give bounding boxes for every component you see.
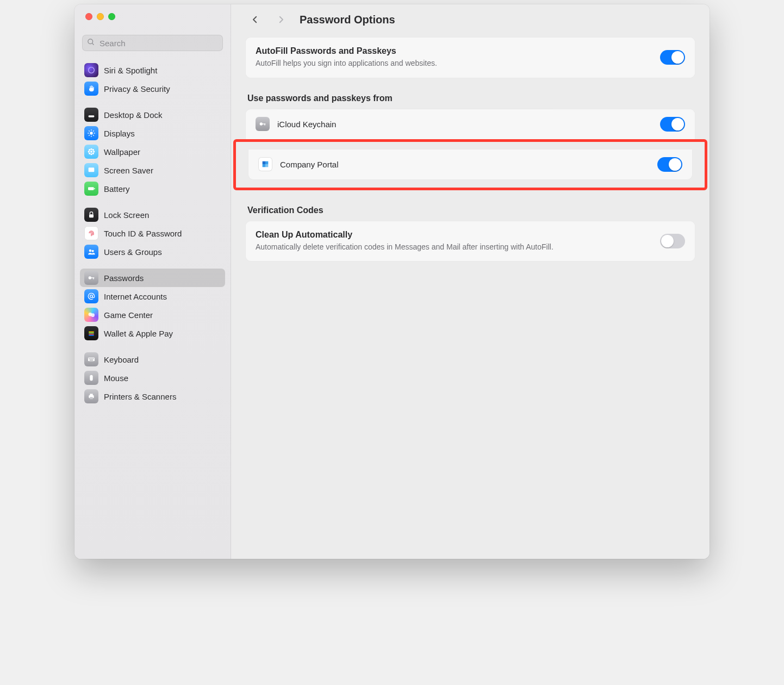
sidebar-item-label: Screen Saver — [104, 166, 153, 175]
sidebar-item-label: Wallpaper — [104, 147, 140, 157]
search-icon — [87, 38, 95, 48]
printer-icon — [84, 389, 98, 403]
svg-rect-40 — [90, 358, 90, 359]
svg-rect-52 — [263, 161, 265, 164]
sidebar-search[interactable] — [82, 35, 223, 51]
siri-icon — [84, 63, 98, 77]
sidebar-item-label: Wallet & Apple Pay — [104, 329, 173, 338]
back-button[interactable] — [247, 12, 263, 27]
keyboard-icon — [84, 352, 98, 366]
svg-point-15 — [90, 153, 92, 155]
search-input[interactable] — [99, 39, 218, 48]
sidebar-item-label: Game Center — [104, 310, 153, 320]
sidebar-item-keyboard[interactable]: Keyboard — [80, 350, 225, 369]
provider-label: Company Portal — [280, 160, 650, 169]
svg-point-0 — [88, 39, 93, 43]
cleanup-toggle[interactable] — [660, 234, 685, 248]
svg-rect-3 — [89, 115, 95, 117]
provider-row-company-portal: Company Portal — [248, 150, 692, 179]
close-window-button[interactable] — [85, 13, 92, 20]
svg-rect-36 — [89, 334, 94, 335]
sidebar-item-internet-accounts[interactable]: Internet Accounts — [80, 287, 225, 306]
sidebar-item-label: Keyboard — [104, 355, 139, 364]
sidebar-item-privacy-security[interactable]: Privacy & Security — [80, 79, 225, 98]
key-icon — [84, 271, 98, 285]
cleanup-title: Clean Up Automatically — [256, 230, 553, 240]
sidebar-item-wallpaper[interactable]: Wallpaper — [80, 142, 225, 161]
fingerprint-icon — [84, 226, 98, 240]
svg-point-49 — [260, 122, 263, 125]
svg-rect-53 — [265, 161, 268, 164]
sidebar-item-label: Users & Groups — [104, 247, 162, 257]
sidebar-item-displays[interactable]: Displays — [80, 124, 225, 142]
svg-point-26 — [89, 250, 92, 252]
svg-rect-42 — [92, 358, 92, 359]
svg-point-14 — [90, 148, 92, 150]
svg-rect-35 — [89, 333, 94, 334]
window-controls — [74, 4, 231, 30]
hand-icon — [84, 82, 98, 96]
sidebar-item-label: Battery — [104, 184, 130, 194]
sidebar-item-label: Touch ID & Password — [104, 229, 182, 238]
sidebar-item-desktop-dock[interactable]: Desktop & Dock — [80, 105, 225, 124]
game-center-icon — [84, 308, 98, 322]
svg-line-12 — [89, 135, 89, 135]
sidebar-item-mouse[interactable]: Mouse — [80, 369, 225, 387]
autofill-title: AutoFill Passwords and Passkeys — [256, 46, 437, 56]
sidebar-item-siri-spotlight[interactable]: Siri & Spotlight — [80, 61, 225, 79]
dock-icon — [84, 108, 98, 122]
sidebar-item-touch-id-password[interactable]: Touch ID & Password — [80, 224, 225, 242]
svg-rect-30 — [93, 277, 94, 279]
sidebar-item-printers-scanners[interactable]: Printers & Scanners — [80, 387, 225, 406]
svg-line-1 — [92, 43, 94, 45]
sidebar-item-lock-screen[interactable]: Lock Screen — [80, 205, 225, 224]
minimize-window-button[interactable] — [97, 13, 104, 20]
provider-toggle-company-portal[interactable] — [657, 157, 682, 172]
zoom-window-button[interactable] — [108, 13, 115, 20]
sidebar-item-game-center[interactable]: Game Center — [80, 306, 225, 324]
svg-rect-47 — [90, 394, 92, 395]
svg-rect-23 — [88, 187, 94, 190]
svg-rect-51 — [264, 123, 265, 125]
providers-list: iCloud Keychain Company Portal — [245, 109, 695, 190]
forward-button[interactable] — [273, 12, 289, 27]
at-icon — [84, 289, 98, 303]
svg-rect-44 — [90, 360, 94, 360]
sidebar-item-screen-saver[interactable]: Screen Saver — [80, 161, 225, 179]
sidebar: Siri & Spotlight Privacy & Security Desk… — [74, 4, 231, 559]
sidebar-nav: Siri & Spotlight Privacy & Security Desk… — [74, 58, 231, 559]
sidebar-item-label: Desktop & Dock — [104, 110, 163, 120]
svg-rect-37 — [89, 335, 94, 336]
sidebar-item-label: Privacy & Security — [104, 84, 170, 94]
cleanup-card: Clean Up Automatically Automatically del… — [245, 221, 695, 262]
company-portal-icon — [258, 157, 272, 171]
svg-line-11 — [93, 130, 94, 131]
sidebar-item-passwords[interactable]: Passwords — [80, 269, 225, 287]
sidebar-item-label: Passwords — [104, 273, 144, 283]
key-icon — [256, 117, 270, 131]
svg-point-20 — [92, 149, 94, 151]
highlighted-provider-box: Company Portal — [233, 139, 707, 190]
sidebar-item-users-groups[interactable]: Users & Groups — [80, 242, 225, 261]
wallet-icon — [84, 326, 98, 340]
svg-rect-41 — [91, 358, 91, 359]
svg-point-21 — [89, 153, 90, 154]
svg-point-18 — [89, 149, 90, 151]
users-icon — [84, 245, 98, 259]
provider-toggle-icloud-keychain[interactable] — [660, 117, 685, 132]
svg-rect-34 — [89, 332, 94, 333]
sidebar-item-label: Mouse — [104, 373, 128, 383]
cleanup-subtitle: Automatically delete verification codes … — [256, 242, 553, 253]
autofill-toggle[interactable] — [660, 50, 685, 65]
battery-icon — [84, 182, 98, 196]
svg-line-10 — [93, 135, 94, 135]
provider-label: iCloud Keychain — [277, 120, 652, 129]
svg-rect-43 — [93, 358, 94, 359]
svg-point-28 — [89, 276, 91, 279]
svg-point-27 — [92, 250, 94, 252]
sidebar-item-battery[interactable]: Battery — [80, 179, 225, 198]
svg-point-33 — [91, 313, 95, 317]
flower-icon — [84, 145, 98, 159]
sidebar-item-wallet-apple-pay[interactable]: Wallet & Apple Pay — [80, 324, 225, 342]
svg-point-17 — [93, 151, 95, 152]
